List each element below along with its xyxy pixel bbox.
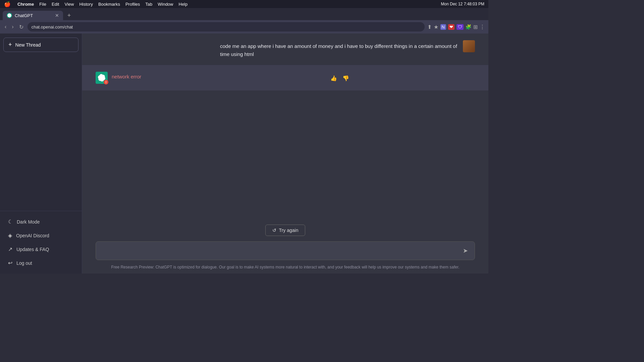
try-again-bar: ↺ Try again: [82, 219, 488, 241]
user-avatar: [463, 40, 475, 52]
new-thread-label: New Thread: [15, 42, 41, 48]
chat-input[interactable]: [101, 248, 462, 254]
menu-help[interactable]: Help: [179, 2, 188, 7]
sidebar-bottom: ☾ Dark Mode ◈ OpenAI Discord ↗ Updates &…: [0, 211, 82, 274]
user-avatar-image: [463, 40, 475, 52]
ai-message: ! network error 👍 👎: [82, 65, 488, 90]
sidebar-top: + New Thread: [0, 34, 82, 56]
tab-close-button[interactable]: ✕: [55, 13, 59, 18]
system-time: Mon Dec 12 7:48:03 PM: [441, 2, 484, 6]
toolbar-extensions: ⬆ ★ N ❤ 🛡 🧩 ⊞ ⋮: [427, 24, 485, 30]
send-button[interactable]: ➤: [462, 246, 469, 256]
bookmark-icon[interactable]: ★: [434, 24, 438, 30]
sidebar-toggle[interactable]: ⊞: [473, 24, 478, 30]
logout-icon: ↩: [8, 260, 12, 266]
apple-menu[interactable]: 🍎: [4, 1, 11, 7]
chat-empty-space: [82, 126, 488, 219]
menu-history[interactable]: History: [79, 2, 93, 7]
share-icon[interactable]: ⬆: [427, 24, 432, 30]
input-box: ➤: [96, 241, 475, 260]
sidebar-history: [0, 56, 82, 211]
more-button[interactable]: ⋮: [480, 24, 485, 30]
sidebar-item-updates[interactable]: ↗ Updates & FAQ: [3, 243, 78, 256]
dark-mode-label: Dark Mode: [17, 219, 40, 225]
tab-bar: ChatGPT ✕ +: [0, 8, 488, 20]
ai-avatar: !: [96, 72, 108, 84]
extension-icon-2[interactable]: ❤: [448, 24, 454, 30]
updates-label: Updates & FAQ: [16, 247, 49, 252]
sidebar-item-dark-mode[interactable]: ☾ Dark Mode: [3, 215, 78, 228]
user-message: code me an app where i have an amount of…: [82, 34, 488, 65]
refresh-button[interactable]: ↻: [18, 22, 25, 32]
sidebar-item-discord[interactable]: ◈ OpenAI Discord: [3, 229, 78, 242]
logout-label: Log out: [16, 260, 32, 266]
plus-icon: +: [8, 41, 12, 48]
ai-message-content: network error: [112, 72, 325, 80]
chat-area: code me an app where i have an amount of…: [82, 34, 488, 274]
browser-toolbar: ‹ › ↻ chat.openai.com/chat ⬆ ★ N ❤ 🛡 🧩 ⊞…: [0, 20, 488, 34]
sidebar-item-logout[interactable]: ↩ Log out: [3, 256, 78, 269]
chatgpt-favicon-icon: [7, 13, 11, 17]
input-area: ➤: [82, 241, 488, 263]
menubar: 🍎 Chrome File Edit View History Bookmark…: [0, 0, 488, 8]
try-again-button[interactable]: ↺ Try again: [265, 225, 306, 236]
menu-edit[interactable]: Edit: [52, 2, 59, 7]
active-tab[interactable]: ChatGPT ✕: [3, 11, 63, 20]
user-message-text: code me an app where i have an amount of…: [220, 40, 459, 58]
menu-view[interactable]: View: [64, 2, 74, 7]
extension-icon-3[interactable]: 🛡: [457, 24, 464, 30]
retry-icon: ↺: [272, 228, 276, 233]
tab-favicon: [7, 13, 12, 18]
menu-profiles[interactable]: Profiles: [125, 2, 140, 7]
new-thread-button[interactable]: + New Thread: [3, 38, 78, 52]
discord-icon: ◈: [8, 232, 12, 239]
app-layout: + New Thread ☾ Dark Mode ◈ OpenAI Discor…: [0, 34, 488, 274]
thumbs-down-button[interactable]: 👎: [341, 74, 351, 83]
thumbs-up-button[interactable]: 👍: [329, 74, 338, 83]
moon-icon: ☾: [8, 219, 13, 225]
back-button[interactable]: ‹: [3, 22, 8, 31]
menu-tab[interactable]: Tab: [145, 2, 152, 7]
extension-icon-4[interactable]: 🧩: [466, 24, 471, 29]
try-again-label: Try again: [279, 228, 299, 233]
ai-bubble: ! network error 👍 👎: [96, 72, 351, 84]
menu-window[interactable]: Window: [158, 2, 173, 7]
footer-disclaimer: Free Research Preview: ChatGPT is optimi…: [82, 263, 488, 274]
tab-title: ChatGPT: [15, 13, 33, 18]
app-name[interactable]: Chrome: [17, 2, 34, 7]
forward-button[interactable]: ›: [10, 22, 15, 31]
external-link-icon: ↗: [8, 246, 12, 252]
url-display: chat.openai.com/chat: [32, 24, 73, 29]
menu-bookmarks[interactable]: Bookmarks: [98, 2, 120, 7]
ai-message-actions: 👍 👎: [329, 72, 351, 83]
menu-file[interactable]: File: [39, 2, 46, 7]
discord-label: OpenAI Discord: [16, 233, 49, 238]
browser-chrome: ChatGPT ✕ + ‹ › ↻ chat.openai.com/chat ⬆…: [0, 8, 488, 34]
extension-icon-1[interactable]: N: [440, 24, 446, 30]
user-bubble: code me an app where i have an amount of…: [220, 40, 475, 58]
error-badge: !: [104, 80, 108, 84]
sidebar: + New Thread ☾ Dark Mode ◈ OpenAI Discor…: [0, 34, 82, 274]
new-tab-button[interactable]: +: [64, 11, 74, 20]
address-bar[interactable]: chat.openai.com/chat: [28, 22, 425, 32]
network-error-text: network error: [112, 74, 141, 79]
messages-container: code me an app where i have an amount of…: [82, 34, 488, 126]
